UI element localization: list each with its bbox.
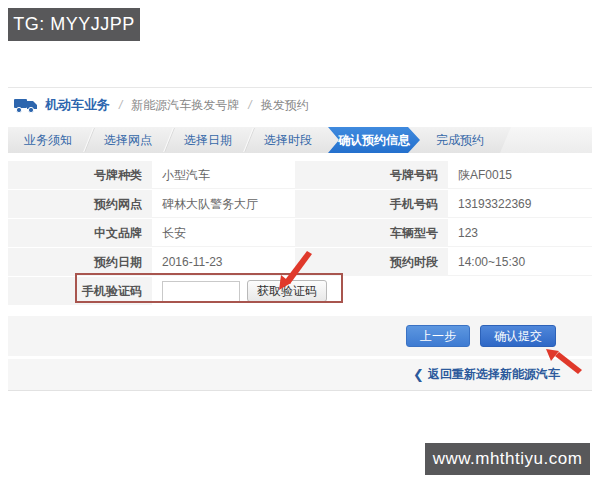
confirm-submit-button[interactable]: 确认提交 xyxy=(480,325,556,347)
field-label-sms-code: 手机验证码 xyxy=(8,277,152,305)
field-value-model: 123 xyxy=(448,219,592,247)
back-link-label: 返回重新选择新能源汽车 xyxy=(428,366,560,383)
step-business-notice: 业务须知 xyxy=(8,127,88,153)
watermark-badge-top: TG: MYYJJPP xyxy=(8,8,140,41)
field-value-brand: 长安 xyxy=(152,219,295,247)
breadcrumb-separator: / xyxy=(119,98,122,112)
field-value-branch: 碑林大队警务大厅 xyxy=(152,190,295,218)
step-confirm-info-active: 确认预约信息 xyxy=(328,127,420,153)
field-label-date: 预约日期 xyxy=(8,248,152,276)
breadcrumb: 机动车业务 / 新能源汽车换发号牌 / 换发预约 xyxy=(14,94,309,116)
field-value-phone: 13193322369 xyxy=(448,190,592,218)
field-label-plate-type: 号牌种类 xyxy=(8,161,152,189)
step-progress-bar: 业务须知 选择网点 选择日期 选择时段 确认预约信息 完成预约 xyxy=(8,127,592,153)
sms-code-input[interactable] xyxy=(162,281,240,302)
chevron-left-icon: ❮ xyxy=(413,367,424,382)
field-label-phone: 手机号码 xyxy=(295,190,448,218)
field-value-date: 2016-11-23 xyxy=(152,248,295,276)
breadcrumb-level2[interactable]: 新能源汽车换发号牌 xyxy=(131,97,239,114)
field-label-model: 车辆型号 xyxy=(295,219,448,247)
reservation-info-table: 号牌种类 小型汽车 号牌号码 陕AF0015 预约网点 碑林大队警务大厅 手机号… xyxy=(8,161,592,305)
step-select-date: 选择日期 xyxy=(168,127,248,153)
breadcrumb-separator: / xyxy=(248,98,251,112)
breadcrumb-level3: 换发预约 xyxy=(261,97,309,114)
back-reselect-link[interactable]: ❮ 返回重新选择新能源汽车 xyxy=(413,366,560,383)
step-complete: 完成预约 xyxy=(420,127,500,153)
previous-step-button[interactable]: 上一步 xyxy=(406,325,470,347)
field-value-plate-type: 小型汽车 xyxy=(152,161,295,189)
field-label-branch: 预约网点 xyxy=(8,190,152,218)
field-value-plate-number: 陕AF0015 xyxy=(448,161,592,189)
back-link-bar: ❮ 返回重新选择新能源汽车 xyxy=(8,359,592,391)
field-label-brand: 中文品牌 xyxy=(8,219,152,247)
form-actions-bar: 上一步 确认提交 xyxy=(8,316,592,356)
step-select-branch: 选择网点 xyxy=(88,127,168,153)
breadcrumb-root[interactable]: 机动车业务 xyxy=(45,96,110,114)
stepbar-filler xyxy=(500,127,592,153)
field-label-timeslot: 预约时段 xyxy=(295,248,448,276)
truck-icon xyxy=(14,97,38,114)
field-label-plate-number: 号牌号码 xyxy=(295,161,448,189)
watermark-badge-bottom: www.mhthtiyu.com xyxy=(425,443,590,475)
get-sms-code-button[interactable]: 获取验证码 xyxy=(247,280,327,302)
sms-code-cell: 获取验证码 xyxy=(152,277,592,305)
step-select-time: 选择时段 xyxy=(248,127,328,153)
page: TG: MYYJJPP 机动车业务 / 新能源汽车换发号牌 / 换发预约 业务须… xyxy=(0,0,600,480)
field-value-timeslot: 14:00~15:30 xyxy=(448,248,592,276)
content-top-divider xyxy=(8,87,592,88)
